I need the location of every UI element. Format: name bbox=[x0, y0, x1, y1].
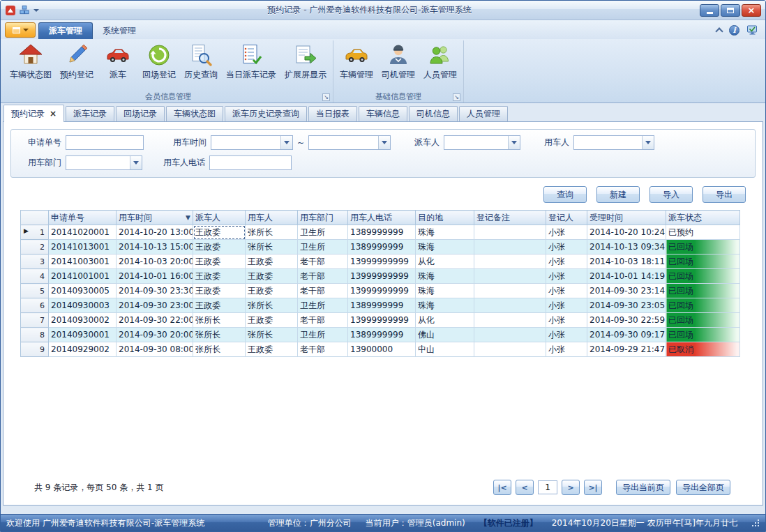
column-header[interactable]: 派车状态 bbox=[666, 211, 740, 225]
ribbon-tab[interactable]: 派车管理 bbox=[38, 22, 93, 39]
row-header[interactable]: 5 bbox=[21, 284, 49, 298]
grid-cell[interactable]: 20141003001 bbox=[49, 254, 117, 269]
group-dialog-launcher-icon[interactable]: ↘ bbox=[322, 93, 330, 101]
phone-input[interactable] bbox=[209, 155, 292, 170]
query-button[interactable]: 查询 bbox=[543, 186, 587, 203]
grid-cell[interactable]: 已预约 bbox=[666, 225, 740, 240]
grid-cell[interactable]: 2014-09-30 23:30 bbox=[117, 284, 193, 298]
new-button[interactable]: 新建 bbox=[596, 186, 640, 203]
ribbon-button[interactable]: 派车 bbox=[98, 40, 138, 91]
grid-cell[interactable]: 王政委 bbox=[246, 284, 298, 298]
ribbon-button[interactable]: 回场登记 bbox=[138, 40, 180, 91]
grid-cell[interactable]: 张所长 bbox=[246, 328, 298, 342]
grid-cell[interactable]: 13999999999 bbox=[348, 254, 416, 269]
grid-cell[interactable]: 卫生所 bbox=[298, 328, 348, 342]
minimize-button[interactable] bbox=[700, 4, 719, 17]
export-current-page-button[interactable]: 导出当前页 bbox=[616, 480, 670, 495]
dropdown-button[interactable] bbox=[130, 156, 142, 169]
grid-cell[interactable]: 1389999999 bbox=[348, 240, 416, 254]
grid-cell[interactable]: 20140930005 bbox=[49, 284, 117, 298]
grid-cell[interactable]: 小张 bbox=[546, 313, 587, 328]
grid-cell[interactable]: 王政委 bbox=[193, 254, 246, 269]
grid-cell[interactable]: 13999999999 bbox=[348, 284, 416, 298]
grid-cell[interactable]: 张所长 bbox=[193, 328, 246, 342]
grid-cell[interactable]: 老干部 bbox=[298, 254, 348, 269]
registered-link[interactable]: 【软件已注册】 bbox=[479, 517, 538, 529]
grid-cell[interactable]: 2014-10-13 09:34 bbox=[587, 240, 666, 254]
grid-cell[interactable]: 1389999999 bbox=[348, 298, 416, 313]
doc-tab[interactable]: 派车记录 bbox=[66, 106, 114, 121]
group-dialog-launcher-icon[interactable]: ↘ bbox=[453, 93, 460, 101]
grid-cell[interactable]: 王政委 bbox=[246, 313, 298, 328]
table-row[interactable]: 5201409300052014-09-30 23:30王政委王政委老干部139… bbox=[21, 284, 740, 298]
grid-cell[interactable]: 2014-10-20 13:00 bbox=[117, 225, 193, 240]
doc-tab[interactable]: 派车历史记录查询 bbox=[225, 106, 307, 121]
grid-cell[interactable]: 已回场 bbox=[666, 298, 740, 313]
grid-cell[interactable]: 珠海 bbox=[416, 269, 474, 284]
column-header[interactable]: 申请单号 bbox=[49, 211, 117, 225]
column-header[interactable]: 用车人电话 bbox=[348, 211, 416, 225]
grid-cell[interactable]: 20141020001 bbox=[49, 225, 117, 240]
grid-cell[interactable] bbox=[474, 313, 546, 328]
row-header[interactable]: 4 bbox=[21, 269, 49, 284]
apply-no-input[interactable] bbox=[66, 135, 144, 150]
page-number-input[interactable] bbox=[538, 480, 557, 494]
grid-cell[interactable]: 2014-09-30 23:00 bbox=[117, 298, 193, 313]
table-row[interactable]: 9201409290022014-09-30 08:00张所长王政委老干部139… bbox=[21, 342, 740, 357]
grid-cell[interactable]: 王政委 bbox=[193, 284, 246, 298]
grid-cell[interactable]: 老干部 bbox=[298, 269, 348, 284]
grid-cell[interactable]: 2014-09-30 20:00 bbox=[117, 328, 193, 342]
grid-cell[interactable]: 2014-09-30 22:59 bbox=[587, 313, 666, 328]
column-header[interactable]: 用车时间▼ bbox=[117, 211, 193, 225]
ribbon-button[interactable]: 司机管理 bbox=[377, 40, 419, 91]
grid-cell[interactable]: 王政委 bbox=[193, 298, 246, 313]
grid-cell[interactable]: 珠海 bbox=[416, 284, 474, 298]
dept-combo[interactable] bbox=[66, 155, 142, 170]
close-button[interactable]: × bbox=[742, 4, 761, 17]
grid-cell[interactable]: 2014-10-03 20:00 bbox=[117, 254, 193, 269]
grid-cell[interactable]: 已回场 bbox=[666, 240, 740, 254]
doc-tab[interactable]: 回场记录 bbox=[116, 106, 165, 121]
ribbon-button[interactable]: 扩展屏显示 bbox=[280, 40, 331, 91]
grid-cell[interactable]: 1389999999 bbox=[348, 328, 416, 342]
grid-cell[interactable]: 卫生所 bbox=[298, 298, 348, 313]
grid-cell[interactable] bbox=[474, 342, 546, 357]
grid-cell[interactable]: 王政委 bbox=[193, 225, 246, 240]
dropdown-button[interactable] bbox=[508, 136, 520, 149]
dropdown-button[interactable] bbox=[378, 136, 390, 149]
grid-cell[interactable]: 小张 bbox=[546, 328, 587, 342]
first-page-button[interactable]: |< bbox=[493, 480, 511, 495]
next-page-button[interactable]: > bbox=[562, 480, 580, 495]
grid-cell[interactable] bbox=[474, 254, 546, 269]
column-header[interactable]: 目的地 bbox=[416, 211, 474, 225]
column-header[interactable]: 受理时间 bbox=[587, 211, 666, 225]
grid-cell[interactable]: 20141001001 bbox=[49, 269, 117, 284]
table-row[interactable]: ▶1201410200012014-10-20 13:00王政委张所长卫生所13… bbox=[21, 225, 740, 240]
grid-cell[interactable]: 20140930002 bbox=[49, 313, 117, 328]
tab-close-icon[interactable]: × bbox=[50, 109, 57, 118]
use-time-from-combo[interactable] bbox=[211, 135, 293, 150]
grid-cell[interactable]: 小张 bbox=[546, 225, 587, 240]
doc-tab[interactable]: 预约记录× bbox=[3, 105, 64, 122]
last-page-button[interactable]: >| bbox=[584, 480, 602, 495]
table-row[interactable]: 8201409300012014-09-30 20:00张所长张所长卫生所138… bbox=[21, 328, 740, 342]
application-button[interactable] bbox=[5, 22, 36, 38]
grid-cell[interactable]: 王政委 bbox=[246, 269, 298, 284]
dropdown-button[interactable] bbox=[642, 136, 654, 149]
grid-cell[interactable]: 2014-09-30 22:00 bbox=[117, 313, 193, 328]
grid-cell[interactable]: 珠海 bbox=[416, 240, 474, 254]
grid-cell[interactable]: 2014-10-01 16:00 bbox=[117, 269, 193, 284]
grid-cell[interactable]: 张所长 bbox=[246, 225, 298, 240]
collapse-ribbon-icon[interactable] bbox=[715, 27, 723, 35]
grid-cell[interactable]: 2014-09-30 23:14 bbox=[587, 284, 666, 298]
restore-button[interactable] bbox=[721, 4, 740, 17]
grid-cell[interactable]: 2014-09-30 23:05 bbox=[587, 298, 666, 313]
grid-cell[interactable]: 小张 bbox=[546, 298, 587, 313]
import-button[interactable]: 导入 bbox=[649, 186, 693, 203]
grid-cell[interactable]: 已回场 bbox=[666, 269, 740, 284]
grid-cell[interactable]: 20140929002 bbox=[49, 342, 117, 357]
info-icon[interactable]: i bbox=[729, 25, 739, 36]
grid-cell[interactable]: 老干部 bbox=[298, 313, 348, 328]
grid-cell[interactable]: 2014-10-01 14:19 bbox=[587, 269, 666, 284]
column-header[interactable]: 登记人 bbox=[546, 211, 587, 225]
